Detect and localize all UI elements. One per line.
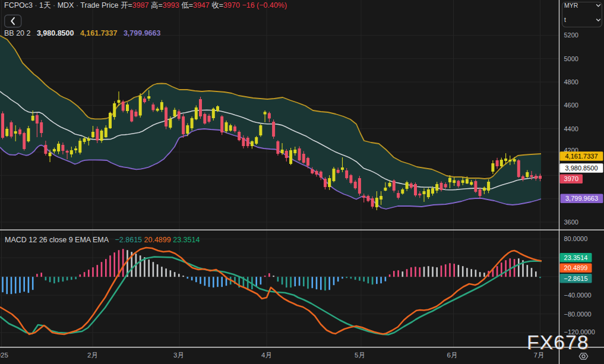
svg-text:5200: 5200 — [564, 31, 578, 39]
svg-text:3600: 3600 — [564, 219, 578, 226]
svg-text:23.3514: 23.3514 — [564, 254, 588, 261]
svg-text:7月: 7月 — [534, 352, 545, 359]
svg-text:MYR: MYR — [564, 2, 578, 9]
svg-text:3,980.8500: 3,980.8500 — [565, 164, 597, 172]
svg-text:5000: 5000 — [564, 55, 578, 62]
svg-text:−80.0000: −80.0000 — [564, 311, 592, 318]
svg-text:t: t — [564, 16, 566, 23]
svg-text:FCPOc3 · 1天 · MDX · Trade Pric: FCPOc3 · 1天 · MDX · Trade Price 开=3987 高… — [4, 1, 287, 10]
svg-text:4600: 4600 — [564, 102, 578, 109]
svg-text:5月: 5月 — [355, 352, 365, 359]
svg-text:3,799.9663: 3,799.9663 — [565, 195, 598, 202]
svg-text:−40.0000: −40.0000 — [564, 292, 592, 299]
svg-text:MACD 12 26 close 9 EMA EMA −: MACD 12 26 close 9 EMA EMA −2.8615 20.48… — [5, 236, 200, 244]
svg-text:4400: 4400 — [564, 125, 578, 132]
svg-text:2月: 2月 — [87, 352, 98, 359]
svg-text:20.4899: 20.4899 — [564, 264, 588, 271]
svg-text:2025: 2025 — [0, 352, 8, 359]
svg-text:−2.8615: −2.8615 — [564, 275, 587, 282]
svg-text:3月: 3月 — [173, 352, 184, 359]
svg-text:4,161.7337: 4,161.7337 — [565, 153, 597, 160]
svg-text:80.0000: 80.0000 — [564, 235, 588, 242]
svg-text:6月: 6月 — [447, 352, 458, 359]
svg-text:BB 20 2 3,980.8500 4,161.7: BB 20 2 3,980.8500 4,161.7337 3,799.9663 — [4, 29, 160, 37]
svg-text:4月: 4月 — [261, 352, 272, 359]
svg-text:3970: 3970 — [564, 175, 578, 182]
svg-text:−120.0000: −120.0000 — [564, 328, 595, 335]
svg-text:4800: 4800 — [564, 78, 578, 86]
